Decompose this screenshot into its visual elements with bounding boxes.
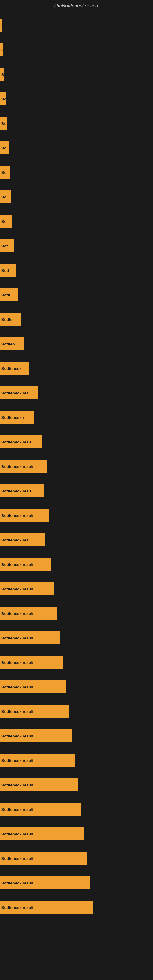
bar-label: Bo [1, 219, 6, 224]
bar-row: Bottleneck result [0, 895, 153, 920]
bar-row: Bottleneck result [0, 454, 153, 479]
bar-item: Bottleneck result [0, 754, 75, 767]
bar-label: Bott [1, 268, 9, 273]
bar-item: B [0, 19, 2, 32]
bar-label: Bottlen [1, 342, 15, 346]
bar-item: Bottleneck result [0, 705, 69, 718]
bar-label: Bottleneck result [1, 734, 33, 738]
bar-item: Bo [0, 142, 9, 154]
bar-item: Bottleneck result [0, 730, 72, 742]
bar-row: Bottleneck result [0, 601, 153, 626]
bar-label: Bottleneck result [1, 562, 33, 567]
site-title: TheBottlenecker.com [0, 0, 153, 10]
bar-row: Bottl [0, 283, 153, 307]
bar-label: Bottleneck result [1, 685, 33, 689]
bar-label: Bo [1, 97, 5, 101]
bar-row: Bottleneck result [0, 626, 153, 650]
bar-label: Bottleneck result [1, 611, 33, 616]
bar-row: Bo [0, 111, 153, 136]
bar-item: Bot [0, 240, 14, 252]
bar-row: Bottleneck result [0, 675, 153, 699]
bar-item: Bottleneck resu [0, 436, 42, 449]
bar-row: Bottleneck result [0, 699, 153, 724]
bar-row: Bottleneck [0, 356, 153, 381]
bar-label: Bo [1, 146, 6, 150]
bar-row: Bot [0, 234, 153, 258]
bar-row: Bo [0, 136, 153, 160]
bar-label: Bottleneck res [1, 391, 29, 395]
bar-row: Bottleneck result [0, 773, 153, 797]
bar-item: Bo [0, 166, 10, 179]
bar-label: Bottleneck result [1, 856, 33, 861]
bar-item: Bott [0, 264, 16, 277]
bar-label: Bottl [1, 293, 10, 298]
bar-item: Bottleneck result [0, 632, 60, 644]
bar-row: B [0, 13, 153, 38]
bar-row: Bottleneck result [0, 748, 153, 773]
bar-item: Bottleneck result [0, 778, 78, 791]
bar-label: Bottleneck result [1, 905, 33, 910]
bar-label: Bottleneck result [1, 513, 33, 518]
bar-item: Bottleneck result [0, 460, 48, 473]
bar-item: Bottleneck result [0, 803, 81, 816]
bar-item: Bottleneck result [0, 558, 51, 571]
bar-row: Bottleneck result [0, 650, 153, 675]
bar-row: Bottleneck result [0, 577, 153, 601]
bar-label: Bottleneck result [1, 783, 33, 788]
bars-container: BBBBoBoBoBoBoBoBotBottBottlBottleBottlen… [0, 10, 153, 923]
bar-row: Bottleneck result [0, 503, 153, 528]
bar-label: Bottleneck result [1, 636, 33, 640]
bar-row: Bottleneck result [0, 552, 153, 577]
bar-label: Bo [1, 170, 6, 175]
bar-label: Bottleneck result [1, 660, 33, 665]
bar-row: Bottleneck result [0, 822, 153, 846]
bar-label: Bottleneck result [1, 587, 33, 591]
bar-row: B [0, 38, 153, 62]
bar-item: Bo [0, 215, 12, 228]
bar-label: Bottleneck result [1, 807, 33, 812]
bar-item: Bottleneck result [0, 582, 54, 595]
bar-label: Bo [1, 121, 6, 126]
bar-label: Bottleneck result [1, 881, 33, 885]
bar-row: Bottle [0, 307, 153, 332]
bar-label: Bottle [1, 317, 13, 322]
bar-label: Bottleneck r [1, 415, 24, 420]
bar-row: Bottleneck result [0, 724, 153, 748]
bar-label: Bottleneck result [1, 709, 33, 714]
bar-row: Bo [0, 87, 153, 111]
bar-item: Bo [0, 191, 11, 204]
bar-row: B [0, 62, 153, 87]
bar-row: Bott [0, 258, 153, 283]
bar-row: Bottleneck resu [0, 430, 153, 454]
bar-label: Bot [1, 244, 8, 248]
bar-item: Bottleneck resu [0, 485, 45, 497]
bar-item: Bottleneck result [0, 509, 49, 522]
bar-label: Bottleneck resu [1, 489, 31, 493]
bar-item: Bo [0, 117, 7, 130]
bar-row: Bo [0, 209, 153, 234]
bar-row: Bottleneck res [0, 381, 153, 405]
bar-item: B [0, 43, 3, 56]
bar-label: Bottleneck result [1, 464, 33, 469]
bar-item: Bottleneck result [0, 877, 90, 889]
bar-item: Bottleneck result [0, 607, 57, 620]
bar-label: Bottleneck result [1, 832, 33, 836]
bar-row: Bottleneck resu [0, 479, 153, 503]
bar-label: Bo [1, 195, 6, 199]
bar-item: Bottleneck res [0, 387, 38, 399]
bar-row: Bottleneck result [0, 846, 153, 871]
bar-row: Bottleneck r [0, 405, 153, 430]
bar-row: Bo [0, 160, 153, 185]
bar-item: Bottleneck result [0, 901, 93, 914]
bar-item: Bottl [0, 288, 18, 301]
bar-row: Bo [0, 185, 153, 209]
bar-item: Bottleneck r [0, 411, 33, 424]
bar-label: B [1, 48, 3, 52]
bar-label: B [1, 72, 4, 77]
bar-item: Bottleneck result [0, 852, 87, 865]
bar-label: Bottleneck res [1, 538, 29, 542]
bar-row: Bottleneck result [0, 871, 153, 895]
bar-item: Bottleneck result [0, 827, 84, 840]
bar-row: Bottlen [0, 332, 153, 356]
bar-item: Bottleneck [0, 362, 29, 375]
